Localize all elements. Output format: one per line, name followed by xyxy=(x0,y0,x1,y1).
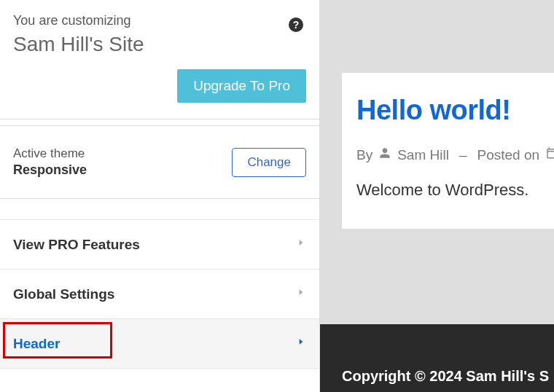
customizing-label: You are customizing xyxy=(13,13,306,28)
upgrade-to-pro-button[interactable]: Upgrade To Pro xyxy=(177,69,306,103)
meta-by: By xyxy=(356,147,372,163)
active-theme-row: Active theme Responsive Change xyxy=(0,125,319,199)
post-meta: By Sam Hill – Posted on xyxy=(356,146,554,163)
active-theme-name: Responsive xyxy=(13,162,87,178)
sidebar-header: You are customizing Sam Hill's Site ? xyxy=(0,0,319,63)
menu-item-view-pro-features[interactable]: View PRO Features xyxy=(0,219,319,270)
chevron-right-icon xyxy=(296,334,306,353)
meta-author[interactable]: Sam Hill xyxy=(397,147,449,163)
menu-item-header[interactable]: Header xyxy=(0,319,319,369)
post-card: Hello world! By Sam Hill – Posted on Wel… xyxy=(342,73,554,229)
menu-item-label: Global Settings xyxy=(13,286,114,302)
menu-item-label: Header xyxy=(13,336,60,352)
site-title: Sam Hill's Site xyxy=(13,33,306,56)
upgrade-row: Upgrade To Pro xyxy=(0,63,319,119)
help-icon[interactable]: ? xyxy=(289,17,303,32)
meta-posted-on: Posted on xyxy=(477,147,540,163)
meta-separator: – xyxy=(459,147,467,163)
post-excerpt: Welcome to WordPress. xyxy=(356,181,554,200)
menu-item-label: View PRO Features xyxy=(13,237,140,253)
post-title[interactable]: Hello world! xyxy=(356,95,554,126)
customizer-sidebar: You are customizing Sam Hill's Site ? Up… xyxy=(0,0,320,392)
calendar-icon xyxy=(545,146,554,163)
active-theme-label: Active theme xyxy=(13,146,87,161)
chevron-right-icon xyxy=(296,235,306,254)
menu-item-global-settings[interactable]: Global Settings xyxy=(0,270,319,319)
user-icon xyxy=(378,146,391,163)
chevron-right-icon xyxy=(296,284,306,304)
divider xyxy=(0,119,319,119)
site-preview: Hello world! By Sam Hill – Posted on Wel… xyxy=(320,0,554,392)
preview-footer: Copyright © 2024 Sam Hill's S xyxy=(320,324,554,392)
change-theme-button[interactable]: Change xyxy=(232,148,306,177)
